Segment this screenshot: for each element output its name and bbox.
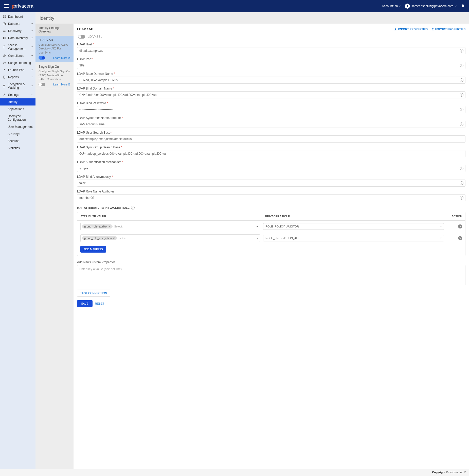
svg-rect-13 [3,46,5,48]
sidebar-item-datasets[interactable]: Datasets [0,20,35,27]
chevron-down-icon: ▾ [257,237,258,240]
sidebar-item-reports[interactable]: Reports [0,74,35,81]
sidebar-item-encryption-masking[interactable]: Encryption & Masking [0,81,35,91]
sidebar-item-access-management[interactable]: Access Management [0,42,35,52]
field-input[interactable] [77,77,465,84]
user-menu[interactable]: sameer.shaikh@privacera.com [405,4,457,9]
chevron-icon [31,69,33,71]
sidebar-item-usage-reporting[interactable]: Usage Reporting [0,59,35,66]
svg-rect-8 [3,31,6,32]
info-icon[interactable]: i [460,93,463,97]
svg-rect-9 [3,37,4,38]
chevron-icon [31,94,33,96]
field-label: LDAP Port * [77,57,465,61]
remove-mapping-button[interactable]: ✕ [458,236,462,240]
sidebar-item-label: Dashboard [8,15,23,19]
learn-more-link[interactable]: Learn More [53,56,70,59]
privacera-role-select[interactable]: ROLE_POLICY_AUDITOR▾ [263,223,444,230]
sidebar-item-compliance[interactable]: Compliance [0,52,35,59]
chevron-icon [31,85,33,87]
attribute-value-select[interactable]: group_role_encryption ✕Select...▾ [80,234,260,242]
field-ldap-sync-user-name-attribute: LDAP Sync User Name Attribute *i [77,116,465,128]
info-icon[interactable]: i [460,108,463,111]
field-ldap-sync-group-search-base: LDAP Sync Group Search Base * [77,146,465,157]
select-placeholder: Select... [114,225,124,228]
sidebar-item-label: Encryption & Masking [8,82,31,90]
sidebar-item-settings[interactable]: Settings [0,91,35,98]
field-input[interactable] [77,165,465,172]
field-label: LDAP Role Name Attributes [77,190,465,193]
field-input[interactable] [77,150,465,157]
info-icon[interactable]: i [460,122,463,126]
info-icon[interactable]: i [460,64,463,67]
svg-point-18 [4,95,5,95]
field-input[interactable] [77,121,465,128]
field-ldap-bind-anonymously: LDAP Bind Anonymously *i [77,175,465,187]
field-input[interactable] [77,135,465,143]
identity-card-single-sign-on[interactable]: Single Sign OnConfigure Single Sign On (… [35,62,74,89]
custom-properties-label: Add New Custom Properties [77,260,465,264]
sidebar-sub-identity[interactable]: Identity [0,98,35,105]
chip-remove-icon[interactable]: ✕ [109,225,111,228]
info-icon[interactable]: i [460,196,463,200]
footer: Copyright Privacera, Inc © [0,469,469,475]
field-label: LDAP Host * [77,43,465,46]
notifications-icon[interactable] [461,4,465,8]
save-button[interactable]: SAVE [77,300,93,307]
sidebar-sub-statistics[interactable]: Statistics [0,145,35,152]
info-icon[interactable]: i [131,206,135,209]
grid4-icon [3,36,6,40]
sidebar-sub-user-management[interactable]: User Management [0,123,35,130]
info-icon[interactable]: i [460,167,463,170]
info-icon[interactable]: i [460,49,463,52]
sidebar-sub-applications[interactable]: Applications [0,105,35,113]
sidebar-item-discovery[interactable]: Discovery [0,27,35,34]
field-label: LDAP Sync Group Search Base * [77,146,465,149]
sidebar-sub-usersync-configuration[interactable]: UserSync Configuration [0,113,35,123]
sidebar-item-launch-pad[interactable]: Launch Pad [0,66,35,74]
account-selector[interactable]: Account: sh [382,4,401,8]
field-label: LDAP Bind Anonymously * [77,175,465,179]
learn-more-link[interactable]: Learn More [53,83,70,86]
card-title: LDAP / AD [39,38,70,42]
card-toggle[interactable] [39,56,45,60]
card-toggle[interactable] [39,83,45,86]
field-ldap-bind-password: LDAP Bind Password *i [77,101,465,113]
field-label: LDAP Bind Password * [77,101,465,105]
reset-button[interactable]: RESET [95,302,104,305]
info-icon[interactable]: i [460,181,463,185]
field-input[interactable] [77,194,465,201]
custom-properties-input[interactable] [77,265,465,285]
sub-nav-header: Identity Settings Overview [35,24,74,36]
sidebar-item-label: Reports [8,75,19,79]
menu-toggle[interactable] [4,4,9,8]
ldap-ssl-toggle[interactable] [78,35,85,39]
svg-rect-10 [5,37,6,38]
field-ldap-role-name-attributes: LDAP Role Name Attributesi [77,190,465,201]
field-input[interactable] [77,47,465,54]
external-link-icon [68,57,70,59]
export-properties-button[interactable]: EXPORT PROPERTIES [431,28,465,31]
sidebar-item-data-inventory[interactable]: Data Inventory [0,34,35,42]
sidebar-sub-api-keys[interactable]: API Keys [0,130,35,137]
privacera-role-select[interactable]: ROLE_ENCRYPTION_ALL▾ [263,235,444,241]
identity-card-ldap-ad[interactable]: LDAP / ADConfigure LDAP / Active Directo… [35,36,74,62]
field-input[interactable] [77,180,465,187]
sidebar-sub-account[interactable]: Account [0,137,35,145]
sidebar-item-label: Datasets [8,22,20,26]
field-input[interactable] [77,106,465,113]
attribute-value-select[interactable]: group_role_auditor ✕Select...▾ [80,223,260,230]
import-properties-button[interactable]: IMPORT PROPERTIES [394,28,428,31]
field-input[interactable] [77,91,465,98]
remove-mapping-button[interactable]: ✕ [458,224,462,228]
info-icon[interactable]: i [460,78,463,82]
add-mapping-button[interactable]: ADD MAPPING [80,246,106,253]
sidebar-item-dashboard[interactable]: Dashboard [0,13,35,20]
select-placeholder: Select... [118,237,129,240]
field-input[interactable] [77,62,465,69]
svg-rect-17 [3,86,5,87]
test-connection-button[interactable]: TEST CONNECTION [77,290,110,297]
chevron-down-icon [399,5,401,7]
svg-rect-4 [5,17,6,18]
chip-remove-icon[interactable]: ✕ [113,237,115,240]
